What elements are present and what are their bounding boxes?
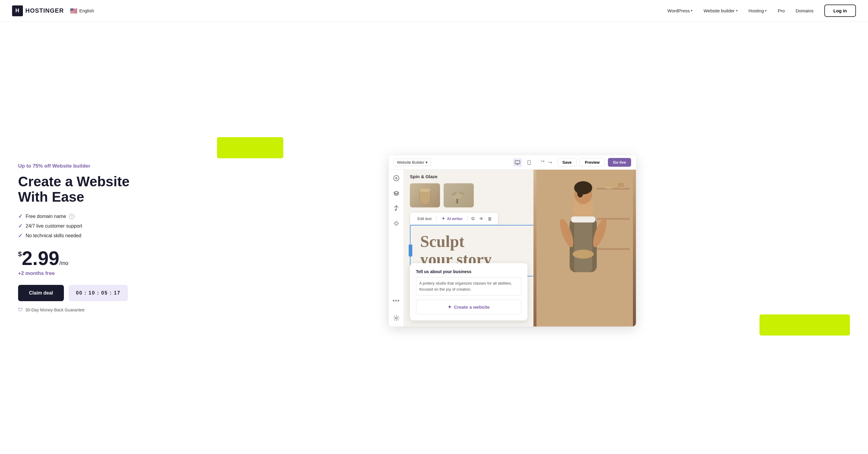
ai-panel: Tell us about your business A pottery st…: [410, 263, 527, 321]
nav-label-hosting: Hosting: [749, 8, 764, 13]
builder-topbar-right: ↩ ↪ Save Preview Go live: [513, 158, 631, 167]
add-icon[interactable]: [392, 173, 401, 183]
layers-icon[interactable]: [392, 188, 401, 198]
builder-body: ••• Spin & Glaze: [389, 170, 636, 327]
create-website-label: Create a website: [454, 304, 490, 310]
chevron-down-icon: ▾: [691, 9, 692, 13]
nav-center: WordPress ▾ Website builder ▾ Hosting ▾ …: [668, 4, 856, 17]
offer-suffix: off Website builder: [43, 163, 90, 169]
info-icon[interactable]: ?: [69, 214, 74, 219]
settings-icon[interactable]: [392, 313, 401, 323]
eye-icon[interactable]: 👁: [477, 214, 486, 223]
svg-rect-12: [597, 188, 630, 190]
builder-topbar-left: Website Builder ▾: [394, 158, 431, 166]
svg-point-21: [574, 181, 592, 194]
photo-thumb-plant[interactable]: [444, 183, 474, 207]
language-label: English: [79, 8, 94, 13]
ai-writer-button[interactable]: ✦ AI writer: [438, 215, 466, 222]
feature-text-1: 24/7 live customer support: [26, 223, 82, 229]
ai-panel-title: Tell us about your business: [416, 269, 521, 274]
nav-item-wordpress[interactable]: WordPress ▾: [668, 8, 693, 13]
feature-item-2: ✓ No technical skills needed: [18, 233, 163, 239]
builder-label: Website Builder: [397, 160, 424, 164]
svg-point-6: [420, 188, 430, 192]
nav-label-domains: Domains: [796, 8, 813, 13]
logo-letter: H: [16, 7, 20, 14]
hero-title: Create a Website With Ease: [18, 174, 163, 204]
more-options-icon[interactable]: •••: [392, 296, 401, 305]
edit-text-button[interactable]: Edit text: [414, 215, 435, 222]
nav-label-website-builder: Website builder: [704, 8, 735, 13]
golive-button[interactable]: Go live: [608, 158, 631, 167]
flag-icon: 🇺🇸: [70, 7, 78, 14]
features-list: ✓ Free domain name ? ✓ 24/7 live custome…: [18, 213, 163, 239]
nav-item-pro[interactable]: Pro: [778, 8, 784, 13]
svg-rect-14: [597, 248, 630, 250]
nav-label-pro: Pro: [778, 8, 784, 13]
navigation: H HOSTINGER 🇺🇸 English WordPress ▾ Websi…: [0, 0, 868, 22]
svg-rect-28: [571, 216, 595, 222]
chevron-down-icon: ▾: [426, 160, 428, 164]
hero-left: Up to 75% off Website builder Create a W…: [18, 163, 175, 312]
toolbar-divider: [467, 216, 468, 221]
ai-panel-description[interactable]: A pottery studio that organizes classes …: [416, 277, 521, 296]
builder-mockup: Website Builder ▾ ↩ ↪ Save: [389, 155, 636, 327]
hero-photo-placeholder: [533, 170, 636, 327]
redo-button[interactable]: ↪: [546, 158, 554, 167]
photo-thumb-pot[interactable]: [410, 183, 440, 207]
price-row: $2.99/mo: [18, 249, 163, 268]
undo-button[interactable]: ↩: [536, 158, 545, 167]
guarantee-text: 30-Day Money-Back Guarantee: [25, 307, 85, 312]
toolbar-divider: [436, 216, 437, 221]
offer-highlight: 75%: [33, 163, 43, 169]
svg-rect-24: [574, 218, 592, 272]
offer-prefix: Up to: [18, 163, 33, 169]
mobile-icon[interactable]: [525, 158, 533, 167]
nav-label-wordpress: WordPress: [668, 8, 690, 13]
logo-icon: H: [12, 5, 23, 16]
resize-handle-left[interactable]: [409, 244, 412, 256]
green-accent-bottom: [760, 314, 850, 335]
price-amount: 2.99: [22, 247, 59, 269]
save-button[interactable]: Save: [557, 158, 577, 167]
paint-icon[interactable]: [392, 204, 401, 213]
svg-rect-18: [618, 183, 624, 187]
ai-star-icon: ✦: [441, 216, 445, 221]
nav-left: H HOSTINGER 🇺🇸 English: [12, 5, 94, 16]
desktop-icon[interactable]: [513, 158, 522, 167]
chevron-down-icon: ▾: [736, 9, 738, 13]
nav-item-domains[interactable]: Domains: [796, 8, 813, 13]
offer-badge: Up to 75% off Website builder: [18, 163, 163, 169]
svg-point-27: [572, 250, 594, 259]
language-selector[interactable]: 🇺🇸 English: [70, 7, 94, 14]
feature-text-2: No technical skills needed: [26, 233, 82, 238]
cta-row: Claim deal 00 : 10 : 05 : 17: [18, 285, 163, 301]
builder-dropdown[interactable]: Website Builder ▾: [394, 158, 431, 166]
delete-icon[interactable]: 🗑: [486, 214, 494, 223]
check-icon: ✓: [18, 213, 23, 220]
green-accent-top: [217, 137, 283, 158]
shield-icon: 🛡: [18, 307, 23, 313]
feature-item-1: ✓ 24/7 live customer support: [18, 223, 163, 230]
hero-section: Up to 75% off Website builder Create a W…: [0, 22, 868, 454]
copy-icon[interactable]: ⧉: [469, 214, 477, 223]
nav-item-website-builder[interactable]: Website builder ▾: [704, 8, 738, 13]
claim-deal-button[interactable]: Claim deal: [18, 285, 64, 301]
logo[interactable]: H HOSTINGER: [12, 5, 64, 16]
builder-sidebar: •••: [389, 170, 404, 327]
builder-topbar: Website Builder ▾ ↩ ↪ Save: [389, 155, 636, 170]
preview-button[interactable]: Preview: [580, 158, 604, 167]
builder-canvas: Spin & Glaze: [404, 170, 636, 327]
login-button[interactable]: Log in: [824, 4, 856, 17]
svg-point-2: [529, 164, 529, 164]
chevron-down-icon: ▾: [765, 9, 767, 13]
feature-item-0: ✓ Free domain name ?: [18, 213, 163, 220]
create-website-button[interactable]: ✦ Create a website: [416, 300, 521, 314]
svg-rect-0: [515, 161, 520, 164]
sparkle-icon[interactable]: [392, 218, 401, 228]
countdown-timer: 00 : 10 : 05 : 17: [69, 285, 128, 301]
ai-writer-label: AI writer: [447, 216, 463, 221]
nav-item-hosting[interactable]: Hosting ▾: [749, 8, 767, 13]
hero-right: Website Builder ▾ ↩ ↪ Save: [175, 149, 850, 327]
svg-point-4: [396, 317, 397, 319]
